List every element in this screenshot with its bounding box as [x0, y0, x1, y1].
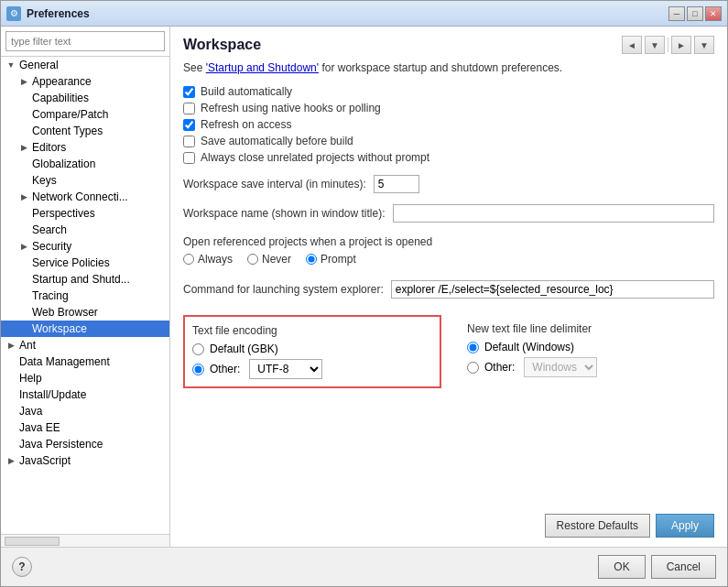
encoding-other-label: Other: [210, 363, 240, 375]
save-auto-row: Save automatically before build [183, 135, 714, 147]
expand-arrow [17, 273, 30, 286]
workspace-name-row: Workspace name (shown in window title): [183, 204, 714, 223]
refresh-native-row: Refresh using native hooks or polling [183, 102, 714, 114]
tree-item-java-ee[interactable]: Java EE [1, 419, 169, 436]
close-unrelated-label: Always close unrelated projects without … [201, 151, 429, 164]
refresh-access-row: Refresh on access [183, 118, 714, 131]
tree-item-general[interactable]: ▼ General [1, 57, 169, 73]
radio-always-label: Always [198, 253, 233, 266]
save-interval-row: Workspace save interval (in minutes): [183, 175, 714, 193]
newline-title: New text file line delimiter [467, 322, 707, 335]
apply-button[interactable]: Apply [656, 514, 714, 538]
workspace-name-input[interactable] [393, 204, 714, 223]
expand-arrow [5, 372, 17, 385]
newline-select[interactable]: Windows Unix Mac [524, 357, 597, 377]
expand-arrow [5, 405, 17, 418]
save-auto-label: Save automatically before build [201, 135, 353, 147]
expand-arrow [5, 388, 17, 401]
open-projects-radio-row: Always Never Prompt [183, 253, 714, 266]
encoding-other-radio[interactable] [192, 364, 204, 375]
tree-scrollbar[interactable] [1, 534, 169, 547]
back-dropdown-button[interactable]: ▼ [645, 36, 665, 54]
newline-other-radio[interactable] [467, 362, 479, 374]
back-button[interactable]: ◄ [622, 36, 642, 54]
tree-item-service-policies[interactable]: Service Policies [1, 255, 169, 271]
tree-item-tracing[interactable]: Tracing [1, 288, 169, 304]
startup-shutdown-link[interactable]: 'Startup and Shutdown' [206, 61, 319, 74]
expand-arrow: ▶ [17, 240, 30, 253]
tree-item-network[interactable]: ▶ Network Connecti... [1, 189, 169, 205]
title-bar-controls: ─ □ ✕ [668, 6, 722, 21]
newline-other-row: Other: Windows Unix Mac [467, 357, 707, 377]
minimize-button[interactable]: ─ [668, 6, 685, 21]
tree-item-keys[interactable]: Keys [1, 172, 169, 189]
tree-item-workspace[interactable]: Workspace [1, 321, 169, 337]
tree-item-search[interactable]: Search [1, 222, 169, 238]
encoding-default-radio[interactable] [192, 343, 204, 355]
tree-item-globalization[interactable]: Globalization [1, 156, 169, 172]
expand-arrow [17, 223, 30, 236]
bottom-bar: ? OK Cancel [1, 547, 727, 586]
tree-item-data-management[interactable]: Data Management [1, 353, 169, 370]
tree-item-javascript[interactable]: ▶ JavaScript [1, 452, 169, 469]
encoding-select[interactable]: UTF-8 UTF-16 ISO-8859-1 US-ASCII [249, 359, 322, 379]
help-button[interactable]: ? [12, 557, 32, 577]
radio-prompt-input[interactable] [306, 254, 317, 265]
build-auto-label: Build automatically [201, 85, 292, 98]
newline-box: New text file line delimiter Default (Wi… [460, 315, 714, 388]
title-bar: ⚙ Preferences ─ □ ✕ [1, 1, 727, 27]
inner-buttons: Restore Defaults Apply [183, 514, 714, 538]
encoding-options: Default (GBK) Other: UTF-8 UTF-16 ISO-88… [192, 342, 432, 379]
encoding-section: Text file encoding Default (GBK) Other: … [183, 315, 714, 388]
forward-button[interactable]: ► [671, 36, 691, 54]
close-unrelated-checkbox[interactable] [183, 152, 195, 164]
tree-item-perspectives[interactable]: Perspectives [1, 205, 169, 222]
expand-arrow: ▶ [5, 339, 17, 352]
encoding-box: Text file encoding Default (GBK) Other: … [183, 315, 441, 388]
right-panel: Workspace ◄ ▼ ► ▼ See 'Startup and Shutd… [170, 27, 727, 547]
command-row: Command for launching system explorer: [183, 280, 714, 299]
radio-never-label: Never [262, 253, 291, 266]
maximize-button[interactable]: □ [687, 6, 703, 21]
preferences-window: ⚙ Preferences ─ □ ✕ ▼ General [0, 0, 728, 587]
radio-never-input[interactable] [247, 254, 258, 265]
encoding-other-row: Other: UTF-8 UTF-16 ISO-8859-1 US-ASCII [192, 359, 432, 379]
bottom-right: OK Cancel [598, 555, 716, 579]
refresh-access-checkbox[interactable] [183, 119, 195, 131]
tree-item-java-persistence[interactable]: Java Persistence [1, 436, 169, 452]
command-input[interactable] [391, 280, 714, 299]
tree-item-startup[interactable]: Startup and Shutd... [1, 271, 169, 288]
tree-item-appearance[interactable]: ▶ Appearance [1, 73, 169, 90]
newline-default-radio[interactable] [467, 342, 479, 353]
radio-always-input[interactable] [183, 254, 194, 265]
save-auto-checkbox[interactable] [183, 136, 195, 147]
refresh-native-label: Refresh using native hooks or polling [201, 102, 381, 114]
filter-input[interactable] [5, 31, 165, 51]
nav-buttons: ◄ ▼ ► ▼ [622, 36, 714, 54]
tree-item-java[interactable]: Java [1, 403, 169, 419]
ok-button[interactable]: OK [598, 555, 645, 579]
encoding-default-row: Default (GBK) [192, 342, 432, 355]
newline-other-label: Other: [484, 361, 515, 374]
tree-item-ant[interactable]: ▶ Ant [1, 337, 169, 353]
tree-item-compare-patch[interactable]: Compare/Patch [1, 106, 169, 123]
save-interval-input[interactable] [374, 175, 419, 193]
window-icon: ⚙ [6, 6, 21, 21]
tree-item-content-types[interactable]: Content Types [1, 123, 169, 139]
expand-arrow [17, 322, 30, 335]
build-auto-checkbox[interactable] [183, 86, 195, 98]
forward-dropdown-button[interactable]: ▼ [694, 36, 714, 54]
refresh-native-checkbox[interactable] [183, 103, 195, 114]
tree-item-help[interactable]: Help [1, 370, 169, 386]
restore-defaults-button[interactable]: Restore Defaults [545, 514, 650, 538]
tree-item-web-browser[interactable]: Web Browser [1, 304, 169, 321]
cancel-button[interactable]: Cancel [651, 555, 716, 579]
bottom-left: ? [12, 557, 32, 577]
newline-default-label: Default (Windows) [484, 341, 574, 353]
tree-item-editors[interactable]: ▶ Editors [1, 139, 169, 156]
tree-item-install-update[interactable]: Install/Update [1, 386, 169, 403]
tree-item-security[interactable]: ▶ Security [1, 238, 169, 255]
tree-item-capabilities[interactable]: Capabilities [1, 90, 169, 106]
nav-separator [668, 38, 668, 52]
close-button[interactable]: ✕ [705, 6, 722, 21]
